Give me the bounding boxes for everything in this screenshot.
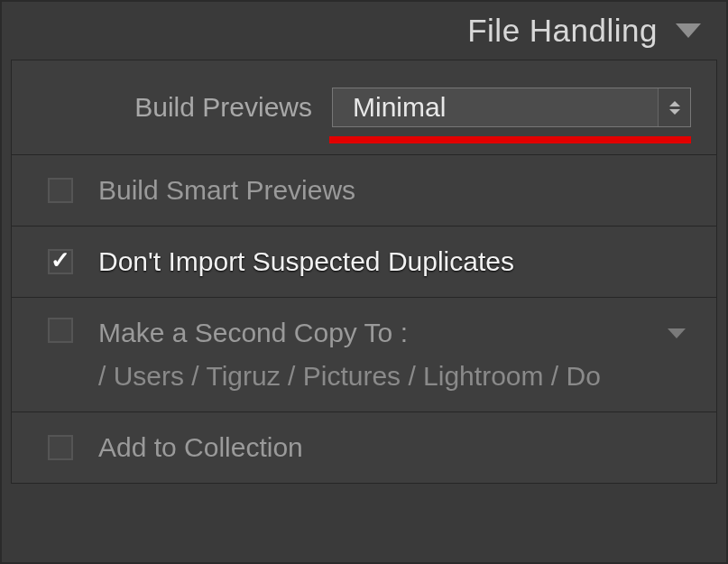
panel-title: File Handling — [467, 13, 658, 49]
dont-import-duplicates-row[interactable]: Don't Import Suspected Duplicates — [12, 227, 716, 298]
add-to-collection-label: Add to Collection — [98, 432, 303, 463]
build-previews-value: Minimal — [353, 92, 446, 123]
add-to-collection-checkbox[interactable] — [48, 435, 73, 460]
panel-header[interactable]: File Handling — [2, 2, 726, 60]
file-handling-section: Build Previews Minimal Build Smart Previ… — [11, 60, 717, 484]
dont-import-duplicates-label: Don't Import Suspected Duplicates — [98, 246, 514, 277]
expand-triangle-icon[interactable] — [668, 328, 686, 338]
dropdown-stepper-icon[interactable] — [658, 88, 690, 126]
dont-import-duplicates-checkbox[interactable] — [48, 249, 73, 274]
build-smart-previews-row[interactable]: Build Smart Previews — [12, 155, 716, 227]
second-copy-row[interactable]: Make a Second Copy To : / Users / Tigruz… — [12, 298, 716, 412]
build-smart-previews-checkbox[interactable] — [48, 178, 73, 203]
second-copy-path: / Users / Tigruz / Pictures / Lightroom … — [48, 361, 691, 392]
build-previews-label: Build Previews — [134, 92, 312, 123]
highlight-underline — [329, 136, 691, 143]
add-to-collection-row[interactable]: Add to Collection — [12, 412, 716, 483]
second-copy-checkbox[interactable] — [48, 318, 73, 343]
collapse-triangle-icon[interactable] — [676, 23, 701, 38]
build-previews-dropdown[interactable]: Minimal — [332, 88, 691, 127]
build-previews-row: Build Previews Minimal — [12, 60, 716, 155]
second-copy-label: Make a Second Copy To : — [98, 318, 408, 348]
build-smart-previews-label: Build Smart Previews — [98, 175, 355, 206]
